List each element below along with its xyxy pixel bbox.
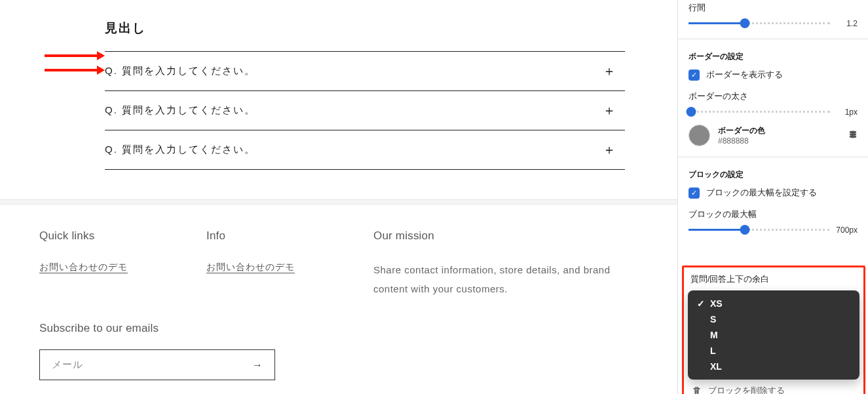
checkbox-label: ブロックの最大幅を設定する [706, 187, 817, 199]
annotation-highlight: 質問/回答上下の余白 ✓ XS S M L XL [682, 266, 865, 394]
preview-pane: 見出し Q. 質問を入力してください。 ＋ Q. 質問を入力してください。 ＋ … [0, 0, 677, 394]
setting-label-border-thickness: ボーダーの太さ [689, 91, 858, 102]
slider-value: 1.2 [837, 19, 858, 28]
color-hex: #888888 [718, 136, 765, 146]
email-placeholder: メール [52, 359, 252, 371]
footer-link[interactable]: お問い合わせのデモ [39, 262, 128, 272]
footer-col-mission: Our mission Share contact information, s… [373, 229, 632, 298]
checkbox-label: ボーダーを表示する [706, 69, 783, 81]
subscribe-section: Subscribe to our emails メール → [0, 298, 677, 380]
color-label: ボーダーの色 [718, 125, 765, 136]
svg-point-4 [850, 131, 857, 134]
checkbox-checked-icon: ✓ [689, 69, 700, 81]
svg-marker-3 [97, 66, 105, 75]
faq-list: Q. 質問を入力してください。 ＋ Q. 質問を入力してください。 ＋ Q. 質… [105, 51, 625, 170]
footer-col-quicklinks: Quick links お問い合わせのデモ [39, 229, 128, 298]
border-thickness-slider[interactable]: 1px [689, 108, 858, 117]
footer-link[interactable]: お問い合わせのデモ [206, 262, 295, 272]
section-heading: 見出し [105, 20, 625, 37]
section-title-block: ブロックの設定 [689, 169, 858, 180]
trash-icon [692, 386, 702, 395]
footer-col-title: Info [206, 229, 295, 243]
slider-track[interactable] [689, 19, 830, 28]
arrow-right-icon[interactable]: → [252, 359, 263, 371]
footer-col-title: Quick links [39, 229, 128, 243]
enable-max-width-checkbox[interactable]: ✓ ブロックの最大幅を設定する [689, 187, 858, 199]
faq-item[interactable]: Q. 質問を入力してください。 ＋ [105, 91, 625, 130]
annotation-arrows [45, 50, 105, 75]
max-width-slider[interactable]: 700px [689, 226, 858, 235]
dropdown-option-s[interactable]: S [688, 311, 859, 327]
dropdown-option-xs[interactable]: ✓ XS [688, 296, 859, 311]
setting-label-padding: 質問/回答上下の余白 [690, 274, 857, 285]
faq-item[interactable]: Q. 質問を入力してください。 ＋ [105, 52, 625, 91]
layers-icon[interactable] [848, 130, 858, 141]
footer-col-info: Info お問い合わせのデモ [206, 229, 295, 298]
faq-question: Q. 質問を入力してください。 [105, 65, 255, 77]
border-color-picker[interactable]: ボーダーの色 #888888 [689, 125, 858, 146]
plus-icon: ＋ [603, 102, 622, 119]
line-height-slider[interactable]: 1.2 [689, 19, 858, 28]
dropdown-option-l[interactable]: L [688, 343, 859, 359]
svg-point-6 [850, 136, 857, 138]
arrow-icon [45, 65, 105, 75]
slider-value: 1px [837, 108, 858, 117]
footer-mission-text: Share contact information, store details… [373, 261, 632, 298]
slider-value: 700px [836, 226, 858, 235]
delete-label: ブロックを削除する [708, 385, 785, 394]
dropdown-option-xl[interactable]: XL [688, 359, 859, 374]
section-title-border: ボーダーの設定 [689, 51, 858, 62]
show-border-checkbox[interactable]: ✓ ボーダーを表示する [689, 69, 858, 81]
checkbox-checked-icon: ✓ [689, 187, 700, 199]
email-input[interactable]: メール → [39, 349, 275, 380]
footer-col-title: Our mission [373, 229, 632, 243]
arrow-icon [45, 50, 105, 61]
svg-point-5 [850, 133, 857, 136]
section-divider [0, 199, 677, 205]
faq-question: Q. 質問を入力してください。 [105, 104, 255, 117]
setting-label-max-width: ブロックの最大幅 [689, 209, 858, 220]
setting-label-line-height: 行間 [689, 3, 858, 14]
footer: Quick links お問い合わせのデモ Info お問い合わせのデモ Our… [0, 205, 677, 298]
delete-block-button[interactable]: ブロックを削除する [687, 385, 861, 394]
color-swatch [689, 125, 710, 146]
subscribe-title: Subscribe to our emails [39, 322, 638, 335]
plus-icon: ＋ [603, 141, 622, 159]
plus-icon: ＋ [603, 62, 622, 80]
padding-dropdown[interactable]: ✓ XS S M L XL [688, 290, 859, 380]
check-icon: ✓ [697, 298, 705, 309]
settings-sidebar: 行間 1.2 ボーダーの設定 ✓ ボーダーを表示する ボーダーの太さ 1px ボ… [677, 0, 868, 394]
faq-item[interactable]: Q. 質問を入力してください。 ＋ [105, 130, 625, 170]
faq-question: Q. 質問を入力してください。 [105, 144, 255, 156]
svg-marker-1 [97, 51, 105, 60]
slider-track[interactable] [689, 108, 830, 117]
slider-track[interactable] [689, 226, 829, 235]
dropdown-option-m[interactable]: M [688, 327, 859, 343]
